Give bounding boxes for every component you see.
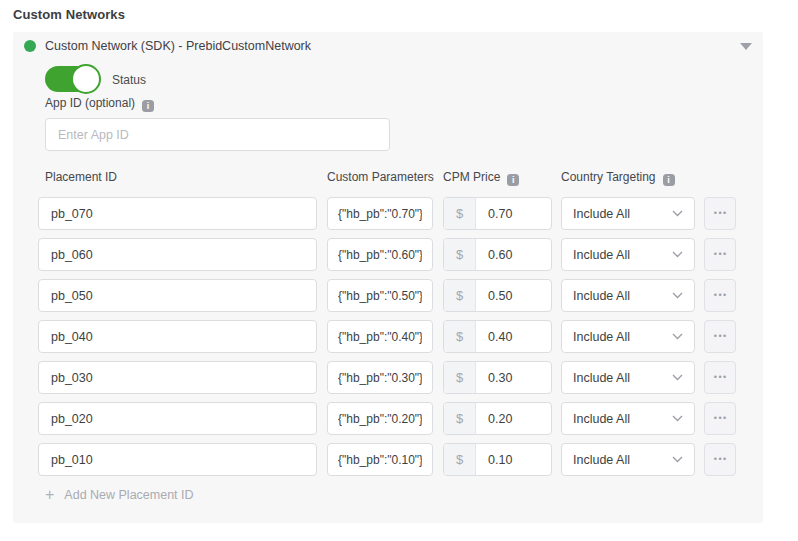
chevron-down-icon (672, 210, 683, 217)
placement-id-input[interactable] (38, 320, 317, 353)
app-id-label: App ID (optional)i (45, 96, 154, 112)
placement-row: $ Include All ••• (13, 361, 763, 394)
country-targeting-value: Include All (573, 453, 630, 467)
status-dot-icon (24, 40, 36, 52)
plus-icon: + (45, 487, 54, 503)
custom-parameters-input[interactable] (327, 402, 433, 435)
placement-row: $ Include All ••• (13, 320, 763, 353)
currency-symbol: $ (444, 321, 476, 352)
info-icon[interactable]: i (507, 174, 519, 186)
cpm-price-input[interactable] (476, 198, 551, 229)
page-title: Custom Networks (13, 7, 125, 22)
country-targeting-value: Include All (573, 330, 630, 344)
custom-parameters-input[interactable] (327, 197, 433, 230)
cpm-price-input[interactable] (476, 362, 551, 393)
ellipsis-icon: ••• (712, 455, 727, 464)
ellipsis-icon: ••• (712, 414, 727, 423)
add-new-placement-button[interactable]: + Add New Placement ID (45, 487, 194, 503)
custom-network-card: Custom Network (SDK) - PrebidCustomNetwo… (13, 32, 763, 523)
currency-symbol: $ (444, 239, 476, 270)
cpm-price-input[interactable] (476, 403, 551, 434)
cpm-price-field: $ (443, 361, 552, 394)
cpm-price-field: $ (443, 279, 552, 312)
column-header-country-targeting: Country Targetingi (561, 170, 675, 186)
row-options-button[interactable]: ••• (704, 402, 736, 435)
placement-id-input[interactable] (38, 402, 317, 435)
country-targeting-value: Include All (573, 289, 630, 303)
country-targeting-value: Include All (573, 207, 630, 221)
currency-symbol: $ (444, 362, 476, 393)
ellipsis-icon: ••• (712, 291, 727, 300)
country-targeting-select[interactable]: Include All (561, 320, 695, 353)
cpm-price-input[interactable] (476, 280, 551, 311)
placement-id-input[interactable] (38, 361, 317, 394)
status-toggle-knob (71, 64, 101, 94)
custom-parameters-input[interactable] (327, 320, 433, 353)
country-targeting-header-text: Country Targeting (561, 170, 656, 184)
currency-symbol: $ (444, 198, 476, 229)
cpm-price-field: $ (443, 402, 552, 435)
ellipsis-icon: ••• (712, 209, 727, 218)
cpm-price-header-text: CPM Price (443, 170, 500, 184)
ellipsis-icon: ••• (712, 250, 727, 259)
country-targeting-select[interactable]: Include All (561, 197, 695, 230)
status-toggle[interactable] (45, 66, 91, 92)
chevron-down-icon (672, 415, 683, 422)
country-targeting-select[interactable]: Include All (561, 361, 695, 394)
placement-row: $ Include All ••• (13, 197, 763, 230)
country-targeting-select[interactable]: Include All (561, 279, 695, 312)
info-icon[interactable]: i (142, 100, 154, 112)
country-targeting-value: Include All (573, 371, 630, 385)
cpm-price-input[interactable] (476, 444, 551, 475)
app-id-input[interactable] (45, 118, 390, 151)
chevron-down-icon (672, 251, 683, 258)
placement-id-input[interactable] (38, 443, 317, 476)
row-options-button[interactable]: ••• (704, 238, 736, 271)
custom-parameters-input[interactable] (327, 361, 433, 394)
chevron-down-icon (672, 333, 683, 340)
placement-id-input[interactable] (38, 279, 317, 312)
row-options-button[interactable]: ••• (704, 197, 736, 230)
add-new-placement-label: Add New Placement ID (64, 488, 193, 502)
ellipsis-icon: ••• (712, 373, 727, 382)
cpm-price-input[interactable] (476, 321, 551, 352)
placement-row: $ Include All ••• (13, 279, 763, 312)
row-options-button[interactable]: ••• (704, 279, 736, 312)
row-options-button[interactable]: ••• (704, 320, 736, 353)
chevron-down-icon (672, 456, 683, 463)
placement-row: $ Include All ••• (13, 238, 763, 271)
ellipsis-icon: ••• (712, 332, 727, 341)
custom-parameters-input[interactable] (327, 443, 433, 476)
column-header-cpm-price: CPM Pricei (443, 170, 519, 186)
status-label: Status (112, 73, 146, 87)
currency-symbol: $ (444, 403, 476, 434)
cpm-price-field: $ (443, 443, 552, 476)
placement-id-input[interactable] (38, 197, 317, 230)
placement-row: $ Include All ••• (13, 402, 763, 435)
placement-row: $ Include All ••• (13, 443, 763, 476)
row-options-button[interactable]: ••• (704, 361, 736, 394)
country-targeting-value: Include All (573, 412, 630, 426)
placement-id-input[interactable] (38, 238, 317, 271)
column-header-custom-parameters: Custom Parameters (327, 170, 434, 184)
cpm-price-field: $ (443, 238, 552, 271)
cpm-price-field: $ (443, 320, 552, 353)
currency-symbol: $ (444, 280, 476, 311)
row-options-button[interactable]: ••• (704, 443, 736, 476)
cpm-price-field: $ (443, 197, 552, 230)
custom-parameters-input[interactable] (327, 238, 433, 271)
currency-symbol: $ (444, 444, 476, 475)
chevron-down-icon (672, 292, 683, 299)
network-name: Custom Network (SDK) - PrebidCustomNetwo… (45, 40, 311, 53)
country-targeting-select[interactable]: Include All (561, 443, 695, 476)
country-targeting-value: Include All (573, 248, 630, 262)
country-targeting-select[interactable]: Include All (561, 402, 695, 435)
custom-parameters-input[interactable] (327, 279, 433, 312)
chevron-down-icon (672, 374, 683, 381)
collapse-chevron-icon[interactable] (740, 43, 752, 50)
cpm-price-input[interactable] (476, 239, 551, 270)
app-id-label-text: App ID (optional) (45, 96, 135, 110)
country-targeting-select[interactable]: Include All (561, 238, 695, 271)
info-icon[interactable]: i (663, 174, 675, 186)
column-header-placement-id: Placement ID (45, 170, 117, 184)
